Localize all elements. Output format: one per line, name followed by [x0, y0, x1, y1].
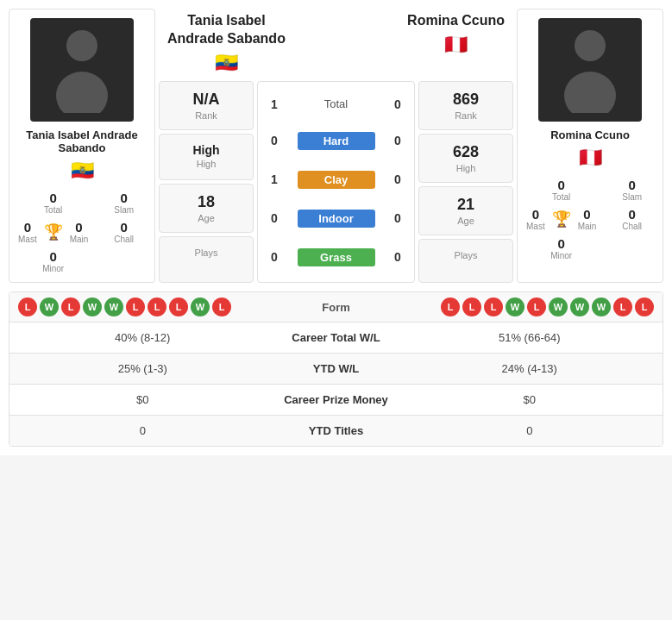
form-row: LWLWWLLLWL Form LLLWLWWWLL	[9, 292, 663, 323]
player2-mast-label: Mast	[526, 222, 545, 231]
names-row: Tania IsabelAndrade Sabando 🇪🇨 Romina Cc…	[159, 9, 513, 74]
form-badge: W	[570, 297, 589, 316]
indoor-p1: 0	[261, 211, 287, 225]
player2-chall-label: Chall	[622, 222, 642, 231]
player2-plays-label: Plays	[428, 250, 504, 260]
stats-right: 51% (66-64)	[405, 331, 655, 344]
hard-row: 0 Hard 0	[261, 128, 411, 154]
svg-point-2	[575, 30, 606, 61]
indoor-p2: 0	[385, 211, 411, 225]
player1-slam-block: 0 Slam	[102, 191, 146, 215]
player2-age-value: 21	[428, 196, 504, 214]
player1-name-top: Tania IsabelAndrade Sabando 🇪🇨	[167, 12, 286, 74]
player2-rank-value: 869	[428, 91, 504, 109]
player1-flag: 🇪🇨	[71, 160, 94, 182]
player2-trophy-icon: 🏆	[552, 210, 571, 229]
player1-info-boxes: N/A Rank High High 18 Age Plays	[159, 81, 254, 283]
player2-avatar	[538, 18, 642, 122]
player2-rank-label: Rank	[428, 110, 504, 121]
player1-total-label: Total	[44, 205, 62, 215]
form-badge: L	[61, 297, 80, 316]
indoor-row: 0 Indoor 0	[261, 205, 411, 232]
stats-center: YTD W/L	[267, 362, 405, 375]
player1-form-badges: LWLWWLLLWL	[18, 297, 293, 316]
hard-btn: Hard	[298, 132, 375, 150]
form-badge: W	[506, 297, 524, 316]
clay-p2: 0	[385, 172, 411, 186]
stats-right: 24% (4-13)	[405, 362, 655, 375]
player2-high-value: 628	[428, 143, 504, 161]
player2-total-value: 0	[558, 178, 565, 192]
grass-p1: 0	[261, 250, 287, 264]
form-badge: L	[126, 297, 145, 316]
total-label: Total	[287, 97, 385, 110]
stats-row: 0 YTD Titles 0	[9, 416, 663, 446]
form-badge: W	[191, 297, 210, 316]
player1-slam-label: Slam	[114, 205, 134, 215]
player1-minor-label: Minor	[42, 264, 64, 273]
form-badge: W	[592, 297, 611, 316]
form-badge: W	[104, 297, 123, 316]
player2-age-label: Age	[428, 216, 504, 226]
player2-slam-label: Slam	[622, 192, 642, 202]
player1-high-box: High High	[159, 134, 254, 180]
player2-stats: 0 Total 0 Slam 0 Mast 🏆 0 Main	[526, 178, 654, 260]
grass-row: 0 Grass 0	[261, 244, 411, 271]
player1-high-value: High	[168, 143, 244, 157]
form-badge: L	[635, 297, 654, 316]
player2-high-box: 628 High	[418, 134, 513, 183]
stats-row: 25% (1-3) YTD W/L 24% (4-13)	[9, 354, 663, 385]
total-p2: 0	[385, 97, 411, 111]
player2-name: Romina Ccuno	[550, 128, 630, 141]
player1-total-block: 0 Total	[18, 191, 88, 215]
player2-total-label: Total	[552, 192, 570, 202]
form-badge: L	[484, 297, 503, 316]
player2-main-block: 0 Main	[578, 207, 597, 231]
stats-left: $0	[18, 393, 267, 406]
player1-plays-box: Plays	[159, 236, 254, 283]
form-badge: W	[549, 297, 568, 316]
clay-p1: 1	[261, 172, 287, 186]
player2-mast-value: 0	[532, 207, 539, 222]
player1-card: Tania Isabel Andrade Sabando 🇪🇨 0 Total …	[9, 9, 155, 283]
stats-left: 40% (8-12)	[18, 331, 267, 344]
stats-rows: 40% (8-12) Career Total W/L 51% (66-64) …	[9, 323, 663, 446]
player1-mast-label: Mast	[18, 235, 37, 244]
surfaces-panel: 1 Total 0 0 Hard 0 1 Clay 0	[257, 81, 415, 283]
player2-form-badges: LLLWLWWWLL	[380, 297, 655, 316]
player2-high-label: High	[428, 163, 504, 173]
player1-avatar	[30, 18, 134, 122]
form-badge: L	[462, 297, 481, 316]
player2-slam-value: 0	[629, 178, 636, 192]
player2-minor-value: 0	[558, 236, 565, 251]
player2-chall-value: 0	[629, 207, 636, 222]
total-row: 1 Total 0	[261, 93, 411, 116]
stats-center: Career Prize Money	[267, 393, 405, 406]
stats-right: 0	[405, 424, 655, 437]
player2-mast-row: 0 Mast 🏆 0 Main	[526, 207, 596, 231]
form-badge: L	[212, 297, 231, 316]
clay-btn: Clay	[298, 171, 375, 189]
indoor-btn: Indoor	[298, 210, 375, 228]
player1-rank-label: Rank	[168, 110, 244, 121]
player1-main-label: Main	[70, 235, 89, 244]
player2-age-box: 21 Age	[418, 186, 513, 235]
player2-main-label: Main	[578, 222, 597, 231]
player1-age-box: 18 Age	[159, 184, 254, 233]
player1-age-label: Age	[168, 213, 244, 223]
player1-main-block: 0 Main	[70, 220, 89, 244]
middle-area: N/A Rank High High 18 Age Plays	[159, 81, 513, 283]
player2-mast-block: 0 Mast	[526, 207, 545, 231]
player2-total-block: 0 Total	[526, 178, 596, 202]
hard-p1: 0	[261, 134, 287, 147]
player1-name: Tania Isabel Andrade Sabando	[18, 128, 146, 154]
svg-point-1	[56, 72, 108, 113]
form-badge: L	[527, 297, 546, 316]
player1-chall-label: Chall	[114, 235, 134, 244]
form-badge: L	[613, 297, 632, 316]
player1-stats: 0 Total 0 Slam 0 Mast 🏆 0 Main	[18, 191, 146, 273]
grass-btn: Grass	[298, 248, 375, 266]
player1-minor-block: 0 Minor	[18, 249, 88, 273]
player2-card: Romina Ccuno 🇵🇪 0 Total 0 Slam 0 Mast 🏆	[517, 9, 663, 283]
player1-flag-top: 🇪🇨	[167, 52, 286, 74]
